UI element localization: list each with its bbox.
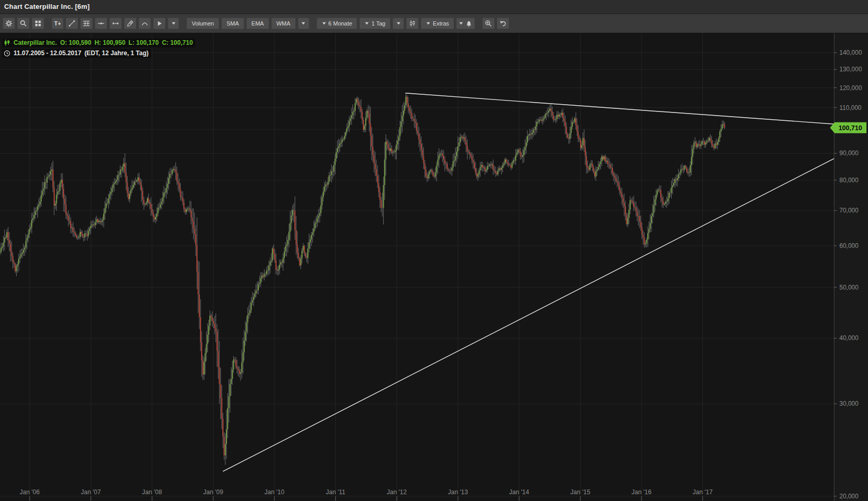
date-range-row: 11.07.2005 - 12.05.2017 (EDT, 12 Jahre, … — [2, 49, 151, 58]
svg-text:50,000: 50,000 — [839, 284, 859, 291]
svg-text:140,000: 140,000 — [839, 49, 862, 56]
clock-icon — [4, 50, 10, 57]
ema-button[interactable]: EMA — [246, 18, 269, 29]
window-title: Chart Caterpillar Inc. [6m] — [0, 0, 90, 14]
chevron-down-icon — [426, 22, 431, 25]
parallel-channel-tool-button[interactable] — [109, 18, 122, 29]
last-price-badge: 100,710 — [830, 122, 866, 133]
candlestick-icon — [409, 20, 416, 27]
zoom-in-button[interactable] — [482, 18, 495, 29]
svg-text:70,000: 70,000 — [839, 207, 859, 214]
svg-text:20,000: 20,000 — [839, 493, 859, 500]
pointer-icon — [156, 20, 163, 27]
chart-style-dropdown-button[interactable] — [393, 18, 404, 29]
toolbar-group-draw: T+ — [52, 18, 179, 29]
fibonacci-tool-button[interactable] — [80, 18, 93, 29]
svg-text:130,000: 130,000 — [839, 66, 862, 73]
svg-text:90,000: 90,000 — [839, 149, 859, 157]
toolbar-group-timeframe: 6 Monate 1 Tag Extras — [317, 18, 475, 29]
chevron-down-icon — [459, 22, 463, 25]
arc-icon — [141, 20, 148, 27]
toolbar-group-general — [3, 18, 44, 29]
svg-text:Jan '15: Jan '15 — [570, 489, 590, 496]
range-label: 6 Monate — [329, 20, 353, 27]
ohlc-legend-row: Caterpillar Inc. O: 100,590 H: 100,950 L… — [2, 39, 195, 47]
pointer-tool-button[interactable] — [153, 18, 166, 29]
svg-text:30,000: 30,000 — [839, 400, 859, 407]
svg-text:100,710: 100,710 — [838, 124, 862, 132]
chart-application-window: { "window": { "title": "Chart Caterpilla… — [0, 0, 868, 501]
chart-legend: Caterpillar Inc. O: 100,590 H: 100,950 L… — [2, 39, 195, 59]
horizontal-line-icon — [97, 20, 105, 27]
svg-text:80,000: 80,000 — [839, 177, 859, 184]
legend-meta: (EDT, 12 Jahre, 1 Tag) — [84, 49, 148, 57]
chevron-down-icon — [322, 22, 326, 25]
trendline-tool-button[interactable] — [66, 18, 78, 29]
legend-symbol[interactable]: Caterpillar Inc. — [14, 39, 57, 46]
undo-button[interactable] — [497, 18, 509, 29]
chevron-down-icon — [171, 22, 176, 25]
svg-text:Jan '17: Jan '17 — [693, 489, 713, 496]
chevron-down-icon — [364, 22, 369, 25]
legend-high: H: 100,950 — [94, 39, 125, 46]
range-dropdown-button[interactable]: 6 Monate — [317, 18, 358, 29]
parallel-channel-icon — [112, 20, 119, 27]
layout-grid-icon — [34, 20, 42, 27]
svg-text:Jan '11: Jan '11 — [326, 489, 346, 496]
toolbar-group-zoom — [482, 18, 509, 29]
interval-dropdown-button[interactable]: 1 Tag — [359, 18, 391, 29]
extras-dropdown-button[interactable]: Extras — [421, 18, 454, 29]
trendline-icon — [68, 20, 76, 27]
svg-text:110,000: 110,000 — [839, 104, 862, 111]
extras-label: Extras — [433, 20, 449, 27]
svg-text:Jan '09: Jan '09 — [203, 489, 223, 496]
chevron-down-icon — [301, 22, 306, 25]
text-tool-button[interactable]: T+ — [52, 18, 64, 29]
main-toolbar: T+ — [0, 14, 868, 33]
zoom-in-icon — [485, 20, 492, 27]
svg-text:Jan '13: Jan '13 — [448, 489, 468, 496]
svg-text:Jan '12: Jan '12 — [387, 489, 407, 496]
gear-icon — [5, 20, 12, 27]
svg-text:Jan '16: Jan '16 — [632, 489, 652, 496]
svg-text:120,000: 120,000 — [839, 84, 862, 92]
toolbar-group-indicators: Volumen SMA EMA WMA — [186, 18, 309, 29]
chart-type-button[interactable] — [406, 18, 419, 29]
fibonacci-grid-icon — [83, 20, 90, 27]
search-icon — [20, 20, 27, 27]
bell-icon — [466, 20, 472, 27]
layout-button[interactable] — [32, 18, 44, 29]
svg-text:40,000: 40,000 — [839, 334, 859, 342]
chevron-down-icon — [396, 22, 401, 25]
svg-text:Jan '10: Jan '10 — [265, 489, 285, 496]
price-chart[interactable]: 140,000130,000120,000110,000100,00090,00… — [0, 0, 868, 501]
svg-text:60,000: 60,000 — [839, 242, 859, 249]
candlestick-mini-icon — [4, 39, 10, 46]
legend-low: L: 100,170 — [129, 39, 159, 46]
legend-open: O: 100,590 — [60, 39, 91, 46]
wma-button[interactable]: WMA — [271, 18, 296, 29]
legend-date-range: 11.07.2005 - 12.05.2017 — [14, 49, 81, 57]
arc-tool-button[interactable] — [139, 18, 151, 29]
svg-text:Jan '14: Jan '14 — [509, 489, 530, 496]
horizontal-line-tool-button[interactable] — [95, 18, 107, 29]
svg-text:Jan '08: Jan '08 — [142, 489, 162, 496]
sma-button[interactable]: SMA — [221, 18, 244, 29]
undo-icon — [499, 20, 507, 27]
brush-icon — [127, 20, 134, 27]
alarm-dropdown-button[interactable] — [456, 18, 475, 29]
indicators-dropdown-button[interactable] — [298, 18, 309, 29]
svg-text:Jan '06: Jan '06 — [20, 489, 40, 496]
legend-close: C: 100,710 — [162, 39, 193, 46]
search-button[interactable] — [17, 18, 30, 29]
svg-text:Jan '07: Jan '07 — [81, 489, 101, 496]
window-titlebar: Chart Caterpillar Inc. [6m] — [0, 0, 868, 14]
volumen-button[interactable]: Volumen — [186, 18, 219, 29]
brush-tool-button[interactable] — [124, 18, 136, 29]
settings-button[interactable] — [3, 18, 15, 29]
draw-tools-dropdown-button[interactable] — [168, 18, 179, 29]
interval-label: 1 Tag — [371, 20, 385, 27]
